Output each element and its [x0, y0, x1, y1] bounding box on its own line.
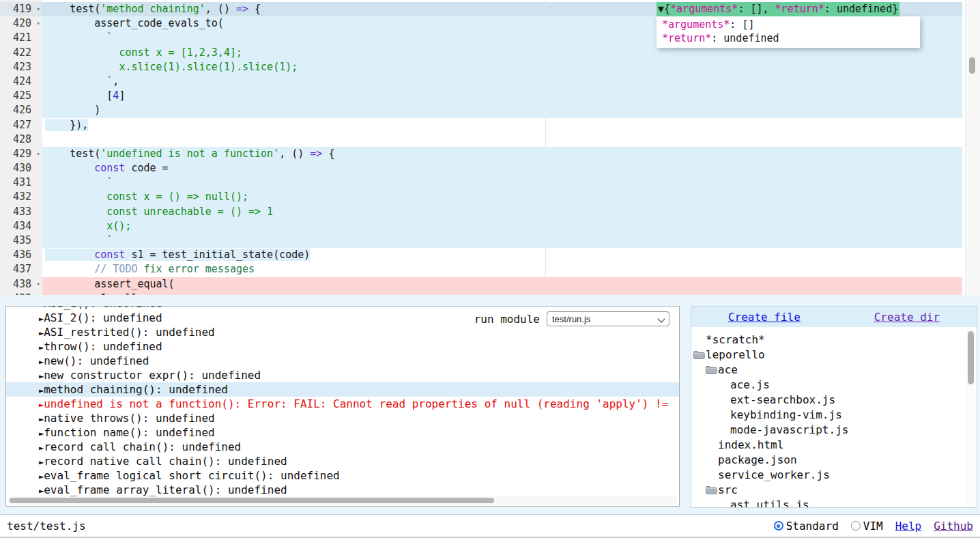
code-token: *arguments*	[662, 18, 730, 31]
tree-item-label: index.html	[718, 438, 783, 453]
code-token: , ()	[279, 147, 310, 160]
code-text: )	[45, 104, 100, 116]
test-result-label: new constructor expr(): undefined	[44, 369, 261, 382]
tree-item-ace[interactable]: ace	[691, 363, 966, 378]
code-text: `	[45, 31, 113, 44]
code-line-428[interactable]: 428	[0, 132, 980, 147]
test-result-item[interactable]: ►function name(): undefined	[6, 425, 679, 440]
tree-item-src[interactable]: src	[691, 483, 966, 498]
tree-item--scratch-[interactable]: *scratch*	[691, 332, 966, 348]
code-line-437[interactable]: 437 // TODO fix error messages	[0, 262, 980, 277]
code-line-431[interactable]: 431 `	[0, 175, 980, 190]
tree-item-package-json[interactable]: package.json	[691, 453, 966, 468]
create-file-link[interactable]: Create file	[728, 311, 801, 324]
tree-item-mode-javascript-js[interactable]: mode-javascript.js	[691, 423, 966, 438]
results-hscrollbar-thumb[interactable]	[10, 498, 494, 503]
code-text: const x = () => null();	[45, 190, 248, 203]
fold-toggle-icon[interactable]: ▾	[37, 147, 40, 161]
value-inspector-entry[interactable]: *arguments*: []	[662, 18, 920, 31]
test-result-text: ►eval_frame logical short circuit(): und…	[39, 469, 340, 482]
code-line-content: assert_equal(	[42, 277, 962, 292]
value-inspector-popup: ▼{*arguments*: [], *return*: undefined} …	[657, 2, 920, 48]
code-line-432[interactable]: 432 const x = () => null();	[0, 190, 980, 204]
value-inspector-header[interactable]: ▼{*arguments*: [], *return*: undefined}	[657, 2, 899, 16]
code-token: )	[94, 104, 100, 116]
status-bar-controls: Standard VIM Help Github	[774, 520, 973, 533]
test-result-item[interactable]: ►undefined is not a function(): Error: F…	[6, 397, 679, 411]
test-result-label: ASI_1(): undefined	[44, 307, 162, 310]
tree-item-label: ace	[718, 363, 738, 378]
code-token: code =	[125, 162, 168, 174]
test-result-item[interactable]: ►new constructor expr(): undefined	[6, 368, 679, 382]
code-editor[interactable]: 419▾ test('method chaining', () => {420▾…	[0, 0, 980, 295]
line-number: 431	[13, 176, 31, 188]
file-tree: *scratch*leporelloaceace.jsext-searchbox…	[691, 327, 966, 507]
gutter-line-number: 434	[0, 219, 42, 233]
tree-item-service-worker-js[interactable]: service_worker.js	[691, 468, 966, 483]
github-link[interactable]: Github	[934, 520, 973, 533]
test-result-item[interactable]: ►new(): undefined	[6, 354, 679, 368]
editor-scrollbar-thumb[interactable]	[969, 57, 975, 74]
code-line-425[interactable]: 425 [4]	[0, 89, 980, 103]
tree-item-index-html[interactable]: index.html	[691, 438, 966, 453]
code-line-439[interactable]: 439 s1.calls...	[0, 292, 980, 295]
code-line-content: [4]	[42, 89, 962, 103]
create-dir-link[interactable]: Create dir	[874, 311, 940, 324]
code-line-433[interactable]: 433 const unreachable = () => 1	[0, 205, 980, 219]
test-result-text: ►function name(): undefined	[39, 426, 215, 439]
code-line-429[interactable]: 429▾ test('undefined is not a function',…	[0, 147, 980, 161]
test-result-item[interactable]: ►eval_frame logical short circuit(): und…	[6, 468, 679, 483]
tree-item-label: package.json	[718, 453, 797, 468]
value-inspector-entry[interactable]: *return*: undefined	[662, 31, 920, 45]
fold-toggle-icon[interactable]: ▾	[37, 277, 40, 292]
gutter-line-number: 437	[0, 262, 42, 277]
test-result-item[interactable]: ►throw(): undefined	[6, 339, 679, 354]
file-explorer-header: Create file Create dir	[691, 307, 977, 327]
code-token: : undefined}	[824, 3, 898, 15]
code-line-content: test('undefined is not a function', () =…	[42, 147, 962, 161]
results-hscrollbar-track	[8, 496, 678, 505]
code-text: const unreachable = () => 1	[45, 206, 273, 218]
code-line-435[interactable]: 435 `	[0, 233, 980, 248]
code-line-430[interactable]: 430 const code =	[0, 161, 980, 175]
code-line-424[interactable]: 424 `,	[0, 74, 980, 89]
run-module-select[interactable]: test/run.js	[547, 311, 669, 326]
keybinding-standard-option: Standard	[774, 520, 839, 533]
help-link[interactable]: Help	[895, 520, 922, 533]
code-line-434[interactable]: 434 x();	[0, 219, 980, 233]
code-line-438[interactable]: 438▾ assert_equal(	[0, 277, 980, 292]
radio-vim[interactable]	[851, 521, 861, 530]
code-line-426[interactable]: 426 )	[0, 103, 980, 117]
code-line-427[interactable]: 427 }),	[0, 118, 980, 132]
tree-item-ast-utils-js[interactable]: ast_utils.js	[691, 498, 966, 507]
fold-toggle-icon[interactable]: ▾	[37, 16, 40, 31]
code-line-content: `,	[42, 74, 962, 89]
gutter-line-number: 419▾	[0, 2, 42, 16]
code-line-436[interactable]: 436 const s1 = test_initial_state(code)	[0, 248, 980, 262]
test-result-item[interactable]: ►record native call chain(): undefined	[6, 454, 679, 468]
gutter-line-number: 420▾	[0, 16, 42, 31]
tree-item-label: mode-javascript.js	[730, 423, 848, 438]
test-result-item[interactable]: ►eval_frame array_literal(): undefined	[6, 483, 679, 497]
line-number: 420	[13, 17, 31, 29]
tree-item-leporello[interactable]: leporello	[691, 348, 966, 363]
tree-item-label: keybinding-vim.js	[730, 408, 842, 423]
test-result-item[interactable]: ►ASI_restrited(): undefined	[6, 325, 679, 339]
test-result-item[interactable]: ►method chaining(): undefined	[6, 382, 679, 397]
tree-item-ace-js[interactable]: ace.js	[691, 378, 966, 393]
test-result-text: ►native throws(): undefined	[39, 412, 215, 425]
radio-standard[interactable]	[774, 521, 783, 530]
code-line-content: s1.calls...	[42, 292, 962, 295]
tree-item-ext-searchbox-js[interactable]: ext-searchbox.js	[691, 393, 966, 408]
tree-item-keybinding-vim-js[interactable]: keybinding-vim.js	[691, 408, 966, 423]
code-line-content: x();	[42, 219, 962, 233]
test-result-item[interactable]: ►record call chain(): undefined	[6, 440, 679, 454]
fold-toggle-icon[interactable]: ▾	[37, 2, 40, 16]
code-line-423[interactable]: 423 x.slice(1).slice(1).slice(1);	[0, 60, 980, 74]
files-scrollbar-thumb[interactable]	[968, 331, 974, 384]
gutter-line-number: 429▾	[0, 147, 42, 161]
gutter-line-number: 425	[0, 89, 42, 103]
test-result-item[interactable]: ►native throws(): undefined	[6, 411, 679, 425]
gutter-line-number: 428	[0, 132, 42, 147]
tree-item-label: leporello	[706, 348, 765, 363]
